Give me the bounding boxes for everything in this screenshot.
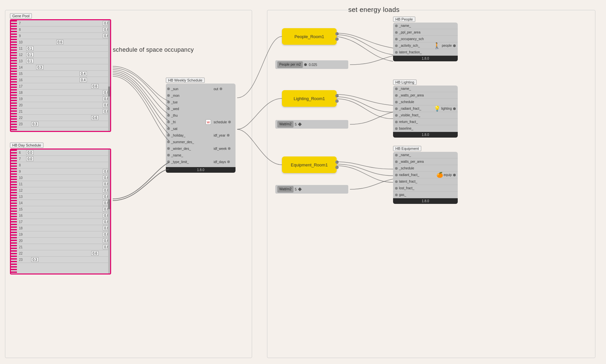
hb-equipment-box[interactable]: _name_ _watts_per_area _schedule radiant… <box>393 152 458 204</box>
hb-people-row-ppl: _ppl_per_area <box>393 29 458 36</box>
port-dot <box>167 160 170 163</box>
port-right <box>453 44 456 47</box>
day-schedule-box[interactable]: 6 0.0 7 0.0 8 9 0.8 10 0.8 11 <box>10 149 111 274</box>
gene-row: 21 0.8 <box>18 244 110 250</box>
weekly-out-idf-year: idf_year <box>214 132 234 139</box>
lighting-output-label: lighting <box>441 107 452 110</box>
gene-row: 10 0.6 <box>18 39 110 45</box>
gene-row: 7 0.0 <box>18 156 110 162</box>
port-dot <box>167 101 170 103</box>
gene-row: 22 0.6 <box>18 115 110 121</box>
port-dot-right <box>228 147 231 150</box>
port-left <box>395 88 398 90</box>
hb-equipment-wrapper: HB Equipment _name_ _watts_per_area _sch… <box>393 146 458 204</box>
port-left <box>395 31 398 34</box>
gene-row: 16 0.8 <box>18 212 110 219</box>
bulb-icon: 💡 <box>434 105 440 112</box>
port-right <box>453 174 456 176</box>
people-per-m2-label: People per m2 <box>277 61 303 68</box>
port-left <box>395 127 398 130</box>
hb-equipment-row-name: _name_ <box>393 152 458 158</box>
weekly-port-winter: _winter_des_ <box>167 145 211 152</box>
weekly-port-name: _name_ <box>167 152 211 158</box>
port-left <box>395 107 398 110</box>
port-left <box>395 174 398 176</box>
circle-dot-icon <box>304 63 307 66</box>
port-left <box>395 121 398 123</box>
port-left <box>395 187 398 190</box>
hb-people-version: 1.8.0 <box>393 56 458 61</box>
gene-row: 12 0.1 <box>18 52 110 58</box>
hb-lighting-label: HB Lighting <box>393 80 417 85</box>
gene-row: 8 <box>18 162 110 168</box>
calendar-icon: W <box>206 119 211 125</box>
watt-m2-equipment-node[interactable]: Watt/m2 5 <box>275 185 348 194</box>
weekly-out-idf-week: idf_week <box>214 145 234 152</box>
weekly-out-empty4 <box>214 112 234 119</box>
hb-lighting-row-baseline: baseline_ <box>393 125 458 132</box>
port-dot <box>167 141 170 143</box>
hb-people-wrapper: HB People _name_ _ppl_per_area _occupanc… <box>393 17 458 61</box>
port-left <box>395 38 398 40</box>
port-dot-right <box>227 134 230 137</box>
port-dot-right <box>228 121 231 123</box>
watt-m2-lighting-label: Watt/m2 <box>277 121 294 128</box>
weekly-port-wed: _wed <box>167 105 211 112</box>
day-schedule-scrollbar[interactable] <box>108 150 110 273</box>
port-dot <box>167 154 170 156</box>
gene-row: 9 0.8 <box>18 168 110 175</box>
port-dot <box>167 114 170 117</box>
people-room1-node[interactable]: People_Room1 <box>282 28 337 45</box>
port-left <box>395 160 398 163</box>
weekly-port-thu: _thu <box>167 112 211 119</box>
hb-lighting-row-visible: _visible_fract_ <box>393 112 458 119</box>
diamond-icon <box>298 122 302 126</box>
gene-row: 11 0.1 <box>18 45 110 52</box>
equipment-room1-label: Equipment_Room1 <box>291 162 328 167</box>
hb-lighting-row-radiant: _radiant_fract_ 💡 lighting <box>393 105 458 112</box>
hb-people-box[interactable]: _name_ _ppl_per_area _occupancy_sch _act… <box>393 23 458 61</box>
equipment-room1-node[interactable]: Equipment_Room1 <box>282 156 337 173</box>
weekly-inputs: _sun _mon _tue _wed _thu <box>166 86 212 165</box>
weekly-outputs: out schedule idf_year idf_wee <box>212 86 236 165</box>
weekly-out-empty5 <box>214 125 234 132</box>
day-schedule-label: HB Day Schedule <box>10 143 43 148</box>
weekly-schedule-label: HB Weekly Schedule <box>166 78 205 83</box>
weekly-schedule-main: _sun _mon _tue _wed _thu <box>166 84 236 167</box>
lighting-room1-node[interactable]: Lighting_Room1 <box>282 90 337 107</box>
hb-people-row-occ: _occupancy_sch <box>393 36 458 42</box>
section-label: schedule of space occupancy <box>113 46 194 53</box>
watt-m2-equipment-label: Watt/m2 <box>277 186 294 193</box>
port-dot-right <box>220 88 222 90</box>
gene-pool-box[interactable]: 7 0.8 8 0.8 9 0.8 10 0.6 11 <box>10 19 111 132</box>
gene-row: 13 0.1 <box>18 58 110 64</box>
gene-row: 20 0.8 <box>18 238 110 244</box>
gene-row: 19 0.8 <box>18 96 110 102</box>
gene-row: 23 0.3 <box>18 257 110 263</box>
gene-row: 16 0.4 <box>18 77 110 83</box>
gene-row: 14 0.8 <box>18 200 110 206</box>
day-schedule-inner: 6 0.0 7 0.0 8 9 0.8 10 0.8 11 <box>18 150 110 273</box>
day-schedule-wrapper: HB Day Schedule 6 0.0 7 0.0 8 9 0.8 10 <box>10 143 111 274</box>
hb-equipment-row-latent: latent_fract_ <box>393 178 458 185</box>
gene-pool-wrapper: Gene Pool 7 0.8 8 0.8 9 0.8 10 0.6 <box>10 13 111 132</box>
equip-icon: 🍊 <box>437 172 443 178</box>
weekly-port-summer: _summer_des_ <box>167 139 211 145</box>
gene-row: 13 0.8 <box>18 194 110 200</box>
gene-row: 19 0.8 <box>18 231 110 238</box>
port-left <box>395 194 398 196</box>
weekly-out-schedule: schedule <box>214 119 234 125</box>
weekly-schedule-box[interactable]: _sun _mon _tue _wed _thu <box>166 84 236 173</box>
people-per-m2-node[interactable]: People per m2 0.025 <box>275 60 348 69</box>
watt-m2-lighting-node[interactable]: Watt/m2 5 <box>275 120 348 129</box>
gene-pool-scrollbar[interactable] <box>108 20 110 131</box>
gene-row: 14 0.3 <box>18 64 110 71</box>
port-left <box>395 25 398 27</box>
hb-lighting-row-name: _name_ <box>393 86 458 92</box>
hb-people-row-name: _name_ <box>393 23 458 29</box>
port-dot <box>167 134 170 137</box>
weekly-out-idf-days: idf_days <box>214 158 234 165</box>
hb-lighting-box[interactable]: _name_ _watts_per_area _schedule _radian… <box>393 86 458 138</box>
port-left <box>395 44 398 47</box>
hb-people-row-act: _activity_sch_ 🚶 people <box>393 42 458 49</box>
